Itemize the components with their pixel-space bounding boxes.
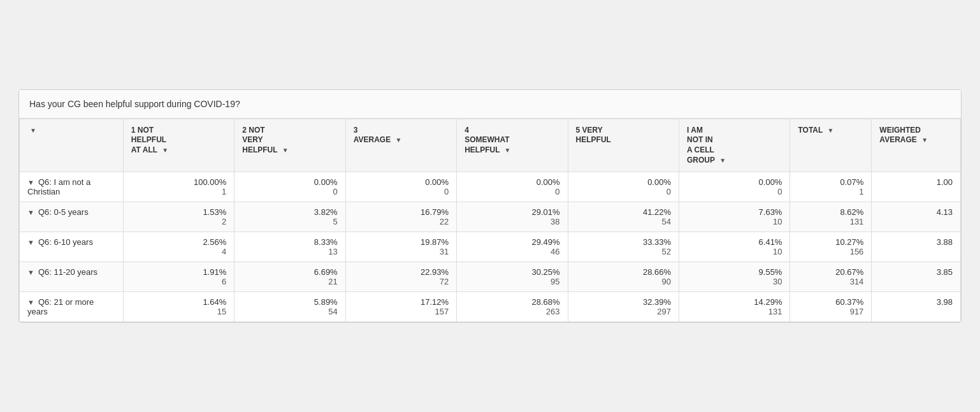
cell-percent: 16.79%	[354, 207, 449, 217]
col-header-2[interactable]: 2 NOTVERYHELPFUL ▼	[234, 119, 345, 172]
data-cell-2: 16.79%22	[345, 202, 456, 232]
cell-count: 1	[131, 187, 226, 196]
data-cell-5: 7.63%10	[679, 202, 790, 232]
col2-label: 2 NOTVERYHELPFUL	[242, 126, 277, 154]
cell-count: 156	[798, 247, 863, 256]
cell-percent: 1.64%	[131, 297, 226, 307]
data-cell-5: 9.55%30	[679, 262, 790, 292]
table-row: ▼Q6: 11-20 years1.91%66.69%2122.93%7230.…	[20, 262, 961, 292]
row-toggle-icon[interactable]: ▼	[27, 269, 34, 276]
cell-count: 917	[798, 307, 863, 316]
data-cell-0: 1.53%2	[123, 202, 234, 232]
sort-icon-6[interactable]: ▼	[719, 156, 726, 165]
data-cell-6: 60.37%917	[790, 292, 872, 322]
cell-count: 90	[576, 277, 671, 286]
cell-count: 38	[465, 217, 559, 226]
col-header-4[interactable]: 4SOMEWHATHELPFUL ▼	[457, 119, 568, 172]
col-header-3[interactable]: 3AVERAGE ▼	[345, 119, 456, 172]
row-toggle-icon[interactable]: ▼	[27, 179, 34, 186]
data-cell-4: 28.66%90	[568, 262, 679, 292]
col7-label: TOTAL	[798, 126, 823, 135]
cell-percent: 0.00%	[242, 177, 337, 187]
cell-percent: 7.63%	[687, 207, 782, 217]
sort-icon-0[interactable]: ▼	[30, 126, 36, 135]
cell-percent: 0.00%	[465, 177, 559, 187]
cell-percent: 8.33%	[242, 237, 337, 247]
cell-count: 263	[465, 307, 559, 316]
cell-percent: 2.56%	[131, 237, 226, 247]
row-toggle-icon[interactable]: ▼	[27, 298, 34, 306]
cell-percent: 29.01%	[465, 207, 559, 217]
row-label-cell: ▼Q6: 6-10 years	[20, 232, 124, 262]
table-row: ▼Q6: 21 or more years1.64%155.89%5417.12…	[20, 292, 961, 322]
sort-icon-2[interactable]: ▼	[282, 146, 289, 154]
cell-percent: 8.62%	[798, 207, 863, 217]
cell-count: 54	[576, 217, 671, 226]
data-cell-6: 10.27%156	[790, 232, 872, 262]
cell-percent: 0.00%	[354, 177, 449, 187]
sort-icon-3[interactable]: ▼	[395, 136, 401, 144]
cell-count: 0	[354, 187, 449, 196]
cell-count: 6	[131, 277, 226, 286]
cell-percent: 29.49%	[465, 237, 559, 247]
data-cell-4: 32.39%297	[568, 292, 679, 322]
cell-count: 131	[798, 217, 863, 226]
sort-icon-8[interactable]: ▼	[921, 136, 928, 144]
cell-count: 54	[242, 307, 337, 316]
data-cell-1: 5.89%54	[234, 292, 345, 322]
col-header-8[interactable]: WEIGHTEDAVERAGE ▼	[872, 119, 961, 172]
sort-icon-1[interactable]: ▼	[162, 146, 168, 154]
data-cell-0: 2.56%4	[123, 232, 234, 262]
survey-table-container: Has your CG been helpful support during …	[18, 89, 962, 323]
row-label-cell: ▼Q6: 21 or more years	[20, 292, 124, 322]
cell-percent: 41.22%	[576, 207, 671, 217]
col-header-6[interactable]: I AMNOT INA CELLGROUP ▼	[679, 119, 790, 172]
cell-count: 131	[687, 307, 782, 316]
data-cell-1: 3.82%5	[234, 202, 345, 232]
col-header-row-label[interactable]: ▼	[20, 119, 124, 172]
cell-count: 22	[354, 217, 449, 226]
row-toggle-icon[interactable]: ▼	[27, 239, 34, 246]
cell-percent: 33.33%	[576, 237, 671, 247]
col4-label: 4SOMEWHATHELPFUL	[465, 126, 509, 154]
cell-percent: 5.89%	[242, 297, 337, 307]
data-cell-2: 0.00%0	[345, 172, 456, 202]
data-cell-2: 22.93%72	[345, 262, 456, 292]
sort-icon-7[interactable]: ▼	[827, 126, 833, 135]
cell-count: 95	[465, 277, 559, 286]
data-cell-3: 29.49%46	[457, 232, 568, 262]
data-cell-0: 1.64%15	[123, 292, 234, 322]
data-cell-2: 17.12%157	[345, 292, 456, 322]
cell-count: 0	[465, 187, 559, 196]
data-cell-3: 29.01%38	[457, 202, 568, 232]
data-cell-4: 33.33%52	[568, 232, 679, 262]
cell-count: 0	[687, 187, 782, 196]
cell-percent: 32.39%	[576, 297, 671, 307]
data-cell-5: 6.41%10	[679, 232, 790, 262]
cell-percent: 0.00%	[576, 177, 671, 187]
data-cell-0: 1.91%6	[123, 262, 234, 292]
col1-label: 1 NOTHELPFULAT ALL	[131, 126, 166, 154]
row-label-cell: ▼Q6: 11-20 years	[20, 262, 124, 292]
cell-percent: 28.68%	[465, 297, 559, 307]
data-cell-4: 0.00%0	[568, 172, 679, 202]
col5-label: 5 VERYHELPFUL	[576, 126, 611, 145]
cell-count: 5	[242, 217, 337, 226]
cell-percent: 0.07%	[798, 177, 863, 187]
cell-percent: 19.87%	[354, 237, 449, 247]
cell-percent: 17.12%	[354, 297, 449, 307]
col3-label: 3AVERAGE	[354, 126, 391, 145]
col-header-7[interactable]: TOTAL ▼	[790, 119, 872, 172]
col6-label: I AMNOT INA CELLGROUP	[687, 126, 715, 165]
row-toggle-icon[interactable]: ▼	[27, 209, 34, 216]
sort-icon-4[interactable]: ▼	[505, 146, 511, 154]
data-cell-1: 0.00%0	[234, 172, 345, 202]
table-row: ▼Q6: I am not a Christian100.00%10.00%00…	[20, 172, 961, 202]
data-cell-0: 100.00%1	[123, 172, 234, 202]
data-cell-3: 30.25%95	[457, 262, 568, 292]
cell-percent: 30.25%	[465, 267, 559, 277]
cell-percent: 60.37%	[798, 297, 863, 307]
row-label-text: Q6: 0-5 years	[38, 207, 89, 217]
row-label-cell: ▼Q6: I am not a Christian	[20, 172, 124, 202]
col-header-1[interactable]: 1 NOTHELPFULAT ALL ▼	[123, 119, 234, 172]
